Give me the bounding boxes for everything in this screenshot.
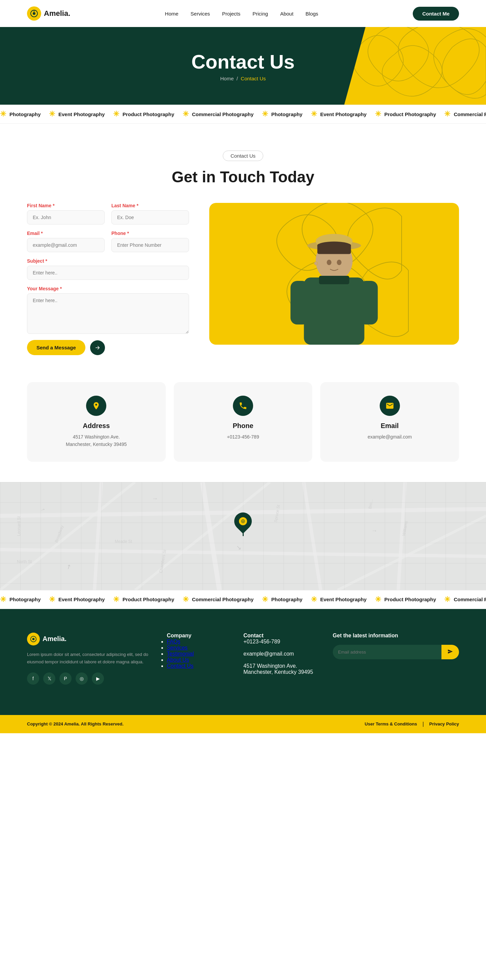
nav-projects[interactable]: Projects (222, 11, 240, 16)
svg-point-11 (337, 259, 341, 265)
instagram-icon[interactable]: ◎ (76, 673, 88, 685)
contact-image (209, 203, 459, 345)
footer-logo-icon (27, 633, 40, 646)
message-textarea[interactable] (27, 293, 189, 334)
first-name-label: First Name * (27, 203, 105, 208)
ticker-item: ✳ Commercial Photography (444, 595, 486, 604)
star-icon: ✳ (183, 110, 189, 118)
phone-input[interactable] (111, 238, 189, 252)
newsletter-heading: Get the latest information (333, 633, 459, 639)
star-icon: ✳ (0, 110, 6, 118)
nav-home[interactable]: Home (165, 11, 178, 16)
map-section: → → ↗ ↘ → Leonard St Broadway Chambers S… (0, 482, 486, 590)
email-input[interactable] (27, 238, 105, 252)
last-name-input[interactable] (111, 210, 189, 224)
footer-contact-link[interactable]: Contact Us (167, 663, 194, 669)
footer-services-link[interactable]: Services (167, 645, 187, 651)
ticker-item: ✳ Event Photography (311, 110, 367, 118)
hero-title: Contact Us (191, 50, 295, 73)
ticker-item: ✳ Product Photography (113, 595, 174, 604)
phone-group: Phone * (111, 231, 189, 252)
footer-about-link[interactable]: About Us (167, 657, 189, 663)
star-icon: ✳ (49, 110, 55, 118)
youtube-icon[interactable]: ▶ (92, 673, 104, 685)
nav-about[interactable]: About (280, 11, 293, 16)
ticker-item: ✳ Photography (262, 110, 303, 118)
svg-point-1 (33, 12, 35, 15)
section-title: Get in Touch Today (172, 168, 314, 186)
star-icon: ✳ (262, 595, 268, 604)
svg-point-10 (327, 259, 332, 265)
last-name-label: Last Name * (111, 203, 189, 208)
star-icon: ✳ (375, 110, 381, 118)
footer-desc: Lorem ipsum dolor sit amet, consectetur … (27, 651, 153, 666)
company-heading: Company (167, 633, 230, 639)
email-label: Email * (27, 231, 105, 236)
nav-blogs[interactable]: Blogs (305, 11, 318, 16)
svg-text:Meade St: Meade St (115, 539, 132, 544)
email-icon (380, 396, 400, 416)
ticker-item: ✳ Photography (0, 595, 41, 604)
send-arrow-button[interactable] (90, 340, 105, 355)
address-text: 4517 Washington Ave. Manchester, Kentuck… (66, 433, 127, 448)
footer-bottom-links: User Terms & Conditions | Privacy Policy (365, 721, 459, 727)
ticker-item: ✳ Commercial Photography (183, 595, 254, 604)
message-group: Your Message * (27, 286, 189, 334)
svg-text:North St: North St (17, 559, 32, 564)
logo-text: Amelia. (44, 9, 70, 18)
star-icon: ✳ (113, 595, 119, 604)
location-icon (86, 396, 106, 416)
ticker-item: ✳ Event Photography (49, 595, 105, 604)
phone-title: Phone (232, 422, 253, 430)
first-name-group: First Name * (27, 203, 105, 224)
footer-brand-col: Amelia. Lorem ipsum dolor sit amet, cons… (27, 633, 153, 685)
phone-label: Phone * (111, 231, 189, 236)
logo[interactable]: Amelia. (27, 6, 70, 21)
svg-rect-8 (291, 281, 309, 325)
message-group-wrap: Your Message * (27, 286, 189, 334)
breadcrumb-home[interactable]: Home (220, 76, 233, 81)
svg-point-39 (242, 520, 244, 522)
contact-photo (209, 203, 459, 345)
svg-text:→: → (152, 495, 158, 502)
footer-testimonial-link[interactable]: Testimonial (167, 651, 194, 657)
address-card: Address 4517 Washington Ave. Manchester,… (27, 382, 166, 462)
privacy-link[interactable]: Privacy Policy (429, 721, 459, 727)
ticker-item: ✳ Commercial Photography (183, 110, 254, 118)
contact-form: First Name * Last Name * Email (27, 203, 189, 355)
footer-faqs-link[interactable]: FAQs (167, 639, 180, 644)
newsletter-submit-button[interactable] (442, 645, 459, 659)
map-background: → → ↗ ↘ → Leonard St Broadway Chambers S… (0, 482, 486, 590)
star-icon: ✳ (183, 595, 189, 604)
nav-pricing[interactable]: Pricing (253, 11, 268, 16)
star-icon: ✳ (311, 110, 317, 118)
nav-links: Home Services Projects Pricing About Blo… (165, 11, 318, 16)
contact-me-button[interactable]: Contact Me (413, 7, 459, 21)
nav-services[interactable]: Services (191, 11, 210, 16)
subject-input[interactable] (27, 266, 189, 280)
svg-rect-9 (359, 281, 378, 325)
phone-text: +0123-456-789 (227, 433, 259, 441)
hero-pattern (344, 27, 486, 105)
footer-newsletter-col: Get the latest information (333, 633, 459, 685)
ticker-item: ✳ Commercial Photography (444, 110, 486, 118)
first-name-input[interactable] (27, 210, 105, 224)
navbar: Amelia. Home Services Projects Pricing A… (0, 0, 486, 27)
facebook-icon[interactable]: f (27, 673, 39, 685)
newsletter-row (333, 645, 459, 659)
copyright-text: Copyright © 2024 Amelia. All Rights Rese… (27, 721, 124, 727)
ticker-item: ✳ Event Photography (49, 110, 105, 118)
send-message-button[interactable]: Send a Message (27, 340, 86, 355)
email-text: example@gmail.com (367, 433, 412, 441)
terms-link[interactable]: User Terms & Conditions (365, 721, 417, 727)
svg-rect-2 (304, 277, 364, 345)
footer-contact-info: +0123-456-789 example@gmail.com 4517 Was… (243, 639, 319, 675)
contact-layout: First Name * Last Name * Email (27, 203, 459, 355)
subject-label: Subject * (27, 258, 189, 264)
breadcrumb-current: Contact Us (241, 76, 265, 81)
newsletter-input[interactable] (333, 645, 442, 659)
pinterest-icon[interactable]: P (59, 673, 71, 685)
twitter-icon[interactable]: 𝕏 (43, 673, 56, 685)
section-badge: Contact Us (223, 151, 263, 161)
send-btn-row: Send a Message (27, 340, 189, 355)
